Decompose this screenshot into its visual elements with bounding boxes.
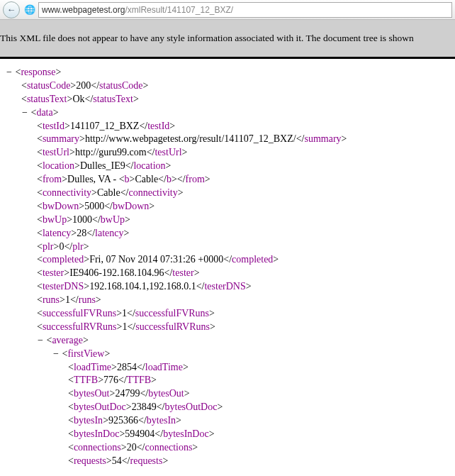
xml-node-plr: <plr>0</plr>	[6, 240, 449, 254]
browser-navbar: ← 🌐 www.webpagetest.org/xmlResult/141107…	[0, 0, 455, 20]
xml-node-testerDNS: <testerDNS>192.168.104.1,192.168.0.1</te…	[6, 280, 449, 294]
xml-node-loadTime: <loadTime>2854</loadTime>	[6, 361, 449, 375]
xml-node-successfulFVRuns: <successfulFVRuns>1</successfulFVRuns>	[6, 307, 449, 321]
xml-node-bytesOutDoc: <bytesOutDoc>23849</bytesOutDoc>	[6, 401, 449, 414]
xml-node-connections: <connections>20</connections>	[6, 441, 449, 455]
xml-node-data-open[interactable]: − <data>	[6, 106, 449, 120]
xml-node-runs: <runs>1</runs>	[6, 294, 449, 307]
xml-node-bytesIn: <bytesIn>925366</bytesIn>	[6, 414, 449, 428]
xml-node-connectivity: <connectivity>Cable</connectivity>	[6, 187, 449, 200]
xml-node-firstView-open[interactable]: − <firstView>	[6, 348, 449, 361]
xml-node-bwDown: <bwDown>5000</bwDown>	[6, 200, 449, 214]
xml-node-successfulRVRuns: <successfulRVRuns>1</successfulRVRuns>	[6, 321, 449, 334]
xml-node-TTFB: <TTFB>776</TTFB>	[6, 374, 449, 387]
xml-node-tester: <tester>IE9406-192.168.104.96</tester>	[6, 267, 449, 280]
xml-tree: − <response> <statusCode>200</statusCode…	[0, 59, 455, 468]
xml-node-bytesOut: <bytesOut>24799</bytesOut>	[6, 387, 449, 401]
xml-node-testId: <testId>141107_12_BXZ</testId>	[6, 120, 449, 133]
xml-no-style-notice: This XML file does not appear to have an…	[0, 20, 455, 59]
xml-node-response-open[interactable]: − <response>	[6, 66, 449, 79]
xml-node-summary: <summary>http://www.webpagetest.org/resu…	[6, 133, 449, 146]
xml-node-location: <location>Dulles_IE9</location>	[6, 160, 449, 173]
url-path: /xmlResult/141107_12_BXZ/	[125, 5, 233, 15]
xml-node-from: <from>Dulles, VA - <b>Cable</b></from>	[6, 173, 449, 187]
xml-node-bytesInDoc: <bytesInDoc>594904</bytesInDoc>	[6, 428, 449, 441]
xml-node-requests: <requests>54</requests>	[6, 455, 449, 468]
back-button[interactable]: ←	[3, 1, 20, 18]
xml-node-statusText: <statusText>Ok</statusText>	[6, 93, 449, 106]
xml-node-statusCode: <statusCode>200</statusCode>	[6, 79, 449, 93]
url-host: www.webpagetest.org	[42, 5, 125, 15]
xml-node-completed: <completed>Fri, 07 Nov 2014 07:31:26 +00…	[6, 253, 449, 267]
xml-node-average-open[interactable]: − <average>	[6, 334, 449, 348]
xml-node-bwUp: <bwUp>1000</bwUp>	[6, 214, 449, 227]
back-arrow-icon: ←	[7, 4, 16, 15]
xml-node-latency: <latency>28</latency>	[6, 227, 449, 240]
url-bar[interactable]: www.webpagetest.org/xmlResult/141107_12_…	[38, 2, 452, 18]
xml-node-testUrl: <testUrl>http://guru99.com</testUrl>	[6, 146, 449, 160]
globe-icon: 🌐	[24, 4, 35, 16]
